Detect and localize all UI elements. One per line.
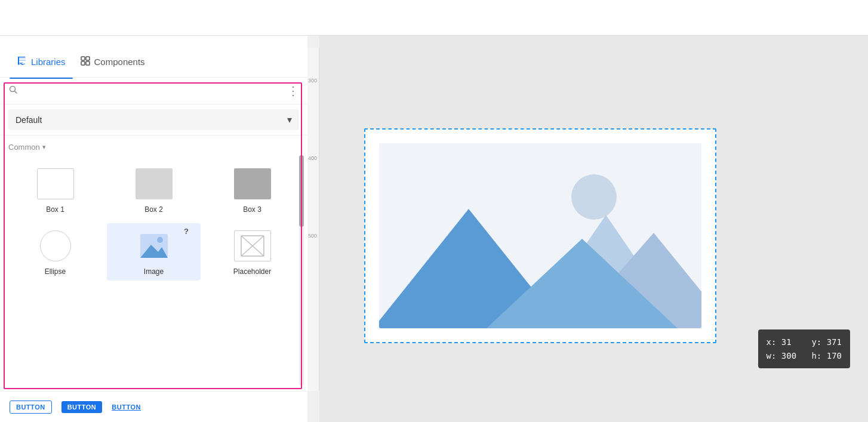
category-label-text: Common bbox=[8, 143, 40, 152]
svg-rect-2 bbox=[81, 61, 85, 65]
search-row: ⋮ bbox=[0, 78, 307, 104]
box2-shape bbox=[136, 168, 173, 199]
box2-label: Box 2 bbox=[144, 205, 163, 214]
category-common[interactable]: Common ▾ bbox=[0, 135, 307, 156]
placeholder-thumbnail bbox=[231, 228, 274, 264]
tabs-row: Libraries Components bbox=[0, 47, 307, 78]
category-expand-icon: ▾ bbox=[42, 143, 46, 151]
box3-label: Box 3 bbox=[243, 205, 261, 214]
svg-rect-3 bbox=[86, 61, 90, 65]
svg-point-13 bbox=[571, 174, 617, 220]
coords-wh: w: 300 h: 170 bbox=[767, 349, 842, 362]
x-value: 31 bbox=[781, 337, 792, 347]
search-icon bbox=[8, 85, 18, 97]
libraries-icon bbox=[17, 56, 27, 69]
w-label: w: bbox=[767, 351, 777, 361]
ellipse-shape bbox=[40, 230, 71, 261]
button-outline[interactable]: BUTTON bbox=[10, 401, 52, 414]
coords-xy: x: 31 y: 371 bbox=[767, 335, 842, 349]
ruler-v-mark-300: 300 bbox=[308, 78, 317, 84]
question-badge: ? bbox=[184, 227, 189, 236]
canvas-area[interactable]: x: 31 y: 371 w: 300 h: 170 bbox=[319, 36, 868, 422]
component-box1[interactable]: Box 1 bbox=[8, 161, 102, 218]
dropdown-row: Default ▾ bbox=[0, 104, 307, 135]
tab-components-label: Components bbox=[94, 57, 145, 67]
ellipse-thumbnail bbox=[34, 228, 77, 264]
ruler-v-mark-400: 400 bbox=[308, 155, 317, 161]
top-bar bbox=[0, 0, 868, 36]
component-ellipse[interactable]: Ellipse bbox=[8, 223, 102, 281]
component-placeholder[interactable]: Placeholder bbox=[205, 223, 299, 281]
placeholder-shape bbox=[234, 230, 271, 261]
box1-shape bbox=[37, 168, 74, 199]
scrollbar-thumb[interactable] bbox=[299, 155, 304, 227]
box1-label: Box 1 bbox=[46, 205, 64, 214]
svg-rect-1 bbox=[86, 57, 90, 60]
button-filled[interactable]: BUTTON bbox=[61, 401, 103, 413]
scrollbar-track bbox=[299, 155, 304, 386]
image-label: Image bbox=[144, 267, 164, 276]
h-value: 170 bbox=[827, 351, 842, 361]
svg-point-7 bbox=[157, 237, 163, 243]
left-panel: Libraries Components ⋮ bbox=[0, 36, 307, 422]
component-box3[interactable]: Box 3 bbox=[205, 161, 299, 218]
component-image[interactable]: ? Image bbox=[107, 223, 201, 281]
tab-libraries[interactable]: Libraries bbox=[10, 51, 73, 73]
tab-components[interactable]: Components bbox=[73, 51, 152, 73]
components-grid: Box 1 Box 2 Box 3 Ellipse ? bbox=[0, 156, 307, 285]
y-label: y: bbox=[811, 337, 821, 347]
chevron-down-icon: ▾ bbox=[287, 114, 292, 125]
more-icon[interactable]: ⋮ bbox=[287, 84, 299, 98]
image-shape bbox=[136, 230, 173, 261]
ruler-vertical: 300 400 500 bbox=[307, 48, 319, 391]
dropdown-value: Default bbox=[16, 115, 42, 125]
library-dropdown[interactable]: Default ▾ bbox=[8, 109, 299, 130]
ruler-v-mark-500: 500 bbox=[308, 233, 317, 239]
w-value: 300 bbox=[781, 351, 796, 361]
svg-line-5 bbox=[15, 91, 17, 94]
box1-thumbnail bbox=[34, 166, 77, 202]
coords-tooltip: x: 31 y: 371 w: 300 h: 170 bbox=[758, 329, 850, 368]
x-label: x: bbox=[767, 337, 777, 347]
box3-thumbnail bbox=[231, 166, 274, 202]
canvas-image-inner bbox=[379, 143, 701, 328]
canvas-image-frame[interactable] bbox=[364, 128, 716, 343]
search-input[interactable] bbox=[23, 86, 282, 96]
bottom-buttons-row: BUTTON BUTTON BUTTON bbox=[0, 391, 307, 422]
image-thumbnail bbox=[133, 228, 176, 264]
box3-shape bbox=[234, 168, 271, 199]
placeholder-label: Placeholder bbox=[233, 267, 271, 276]
tab-libraries-label: Libraries bbox=[31, 57, 66, 67]
component-box2[interactable]: Box 2 bbox=[107, 161, 201, 218]
svg-rect-0 bbox=[81, 57, 85, 60]
components-icon bbox=[80, 56, 91, 69]
ellipse-label: Ellipse bbox=[45, 267, 66, 276]
canvas-content: x: 31 y: 371 w: 300 h: 170 bbox=[319, 36, 868, 422]
box2-thumbnail bbox=[133, 166, 176, 202]
h-label: h: bbox=[811, 351, 821, 361]
y-value: 371 bbox=[827, 337, 842, 347]
button-text-link[interactable]: BUTTON bbox=[112, 401, 141, 413]
